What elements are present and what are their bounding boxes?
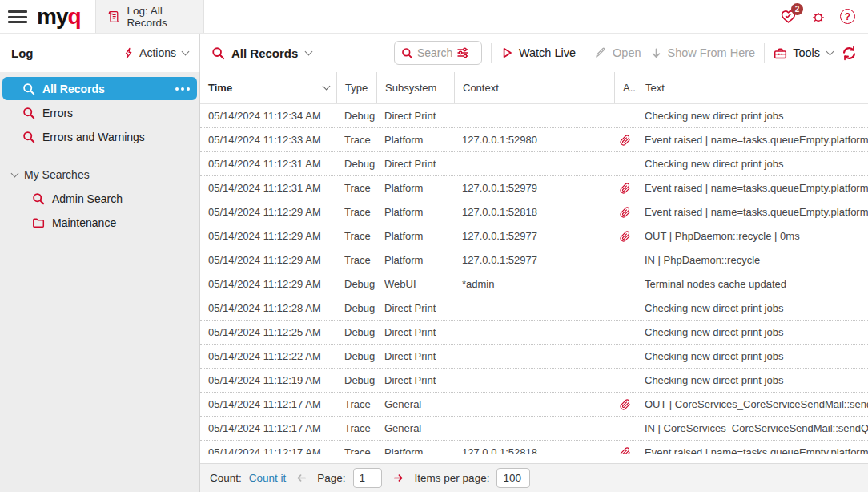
refresh-icon [842,46,857,61]
sidebar-item-admin-search[interactable]: Admin Search [2,187,197,210]
cell-attachment [614,423,637,434]
cell-text: Event raised | name=tasks.queueEmpty.pla… [637,182,868,194]
paperclip-icon [620,135,631,146]
chevron-down-icon [305,47,313,55]
table-header: Time Type Subsystem Context A... Text [200,72,868,104]
sidebar: All Records Errors Errors and Warnings [0,72,200,492]
search-icon [32,192,45,205]
table-row[interactable]: 05/14/2024 11:12:17 AM Trace General IN … [200,417,868,441]
toolbox-icon [774,46,787,60]
tab-log-all-records[interactable]: Log: All Records [95,0,204,33]
sidebar-item-errors-and-warnings[interactable]: Errors and Warnings [2,125,197,148]
chevron-down-icon [182,47,190,55]
table-row[interactable]: 05/14/2024 11:12:34 AM Debug Direct Prin… [200,104,868,128]
tools-button[interactable]: Tools [774,46,833,60]
cell-text: Checking new direct print jobs [637,350,868,362]
play-icon [500,46,513,59]
cell-subsystem: Direct Print [376,326,454,338]
table-row[interactable]: 05/14/2024 11:12:29 AM Trace Platform 12… [200,224,868,248]
cell-subsystem: Direct Print [376,158,454,170]
table-row[interactable]: 05/14/2024 11:12:25 AM Debug Direct Prin… [200,321,868,345]
cell-time: 05/14/2024 11:12:17 AM [200,422,336,434]
health-button[interactable]: 2 [780,8,797,25]
watch-live-button[interactable]: Watch Live [500,46,576,59]
menu-icon[interactable] [8,10,27,23]
cell-subsystem: Direct Print [376,302,454,314]
cell-attachment [614,111,637,122]
table-row[interactable]: 05/14/2024 11:12:31 AM Trace Platform 12… [200,176,868,200]
items-per-page-input[interactable] [496,468,530,488]
table-row[interactable]: 05/14/2024 11:12:29 AM Trace Platform 12… [200,200,868,224]
cell-subsystem: Direct Print [376,350,454,362]
table-row[interactable]: 05/14/2024 11:12:17 AM Trace General OUT… [200,393,868,417]
column-header-attachment[interactable]: A... [614,72,637,103]
cell-type: Debug [336,326,376,338]
cell-subsystem: Platform [376,182,454,194]
column-header-subsystem[interactable]: Subsystem [376,72,454,103]
sidebar-header: Log Actions [0,34,200,72]
help-button[interactable]: ? [840,9,855,24]
content: All Records Errors Errors and Warnings [0,72,868,492]
cell-attachment [614,351,637,362]
sidebar-item-maintenance[interactable]: Maintenance [2,211,197,234]
toolbar-divider [491,43,492,63]
debug-button[interactable] [810,9,826,25]
column-header-text[interactable]: Text [637,72,868,103]
count-it-link[interactable]: Count it [249,472,287,484]
cell-attachment [614,159,637,170]
cell-subsystem: Platform [376,206,454,218]
cell-type: Trace [336,134,376,146]
topbar: myq Log: All Records 2 [0,0,868,34]
open-button[interactable]: Open [594,46,641,59]
view-selector[interactable]: All Records [211,46,311,60]
cell-type: Debug [336,158,376,170]
cell-text: Event raised | name=tasks.queueEmpty.pla… [637,206,868,218]
filter-sliders-icon[interactable] [456,46,469,59]
sidebar-section-my-searches[interactable]: My Searches [0,163,199,186]
more-icon[interactable] [181,87,184,91]
table-row[interactable]: 05/14/2024 11:12:31 AM Debug Direct Prin… [200,152,868,176]
pagination-footer: Count: Count it Page: Items per page: [200,463,868,492]
cell-time: 05/14/2024 11:12:31 AM [200,158,336,170]
search-input[interactable] [417,46,452,59]
next-page-icon[interactable] [392,472,404,484]
table-row[interactable]: 05/14/2024 11:12:28 AM Debug Direct Prin… [200,296,868,321]
topbar-actions: 2 ? [780,0,868,33]
myq-logo[interactable]: myq [27,0,95,33]
column-header-type[interactable]: Type [336,72,376,103]
column-header-time[interactable]: Time [200,72,336,103]
cell-attachment [614,255,637,266]
actions-button[interactable]: Actions [123,46,188,59]
page-input[interactable] [353,468,382,488]
search-icon [22,107,35,119]
cell-attachment [614,447,637,454]
table-row[interactable]: 05/14/2024 11:12:29 AM Debug WebUI *admi… [200,272,868,296]
table-row[interactable]: 05/14/2024 11:12:17 AM Trace Platform 12… [200,441,868,454]
table-row[interactable]: 05/14/2024 11:12:22 AM Debug Direct Prin… [200,345,868,369]
paperclip-icon [620,183,631,194]
cell-text: Checking new direct print jobs [637,158,868,170]
cell-time: 05/14/2024 11:12:33 AM [200,134,336,146]
logo-text-my: my [37,6,67,28]
table-row[interactable]: 05/14/2024 11:12:33 AM Trace Platform 12… [200,128,868,152]
table-row[interactable]: 05/14/2024 11:12:29 AM Trace Platform 12… [200,248,868,272]
chevron-down-icon [11,169,19,177]
folder-icon [32,216,45,229]
search-icon [22,131,35,143]
sidebar-item-all-records[interactable]: All Records [2,77,197,100]
toolbar-divider [585,43,585,63]
count-label: Count: [210,472,242,484]
refresh-button[interactable] [842,46,857,61]
cell-subsystem: Direct Print [376,110,454,122]
cell-text: Checking new direct print jobs [637,326,868,338]
cell-time: 05/14/2024 11:12:28 AM [200,302,336,314]
cell-context: 127.0.0.1:52979 [454,182,614,194]
sidebar-item-errors[interactable]: Errors [2,101,197,124]
prev-page-icon[interactable] [295,472,307,484]
column-header-context[interactable]: Context [454,72,614,103]
table-row[interactable]: 05/14/2024 11:12:19 AM Debug Direct Prin… [200,369,868,393]
main-toolbar: All Records [200,34,868,72]
show-from-here-button[interactable]: Show From Here [650,46,756,59]
cell-subsystem: General [376,398,454,410]
cell-type: Trace [336,398,376,410]
